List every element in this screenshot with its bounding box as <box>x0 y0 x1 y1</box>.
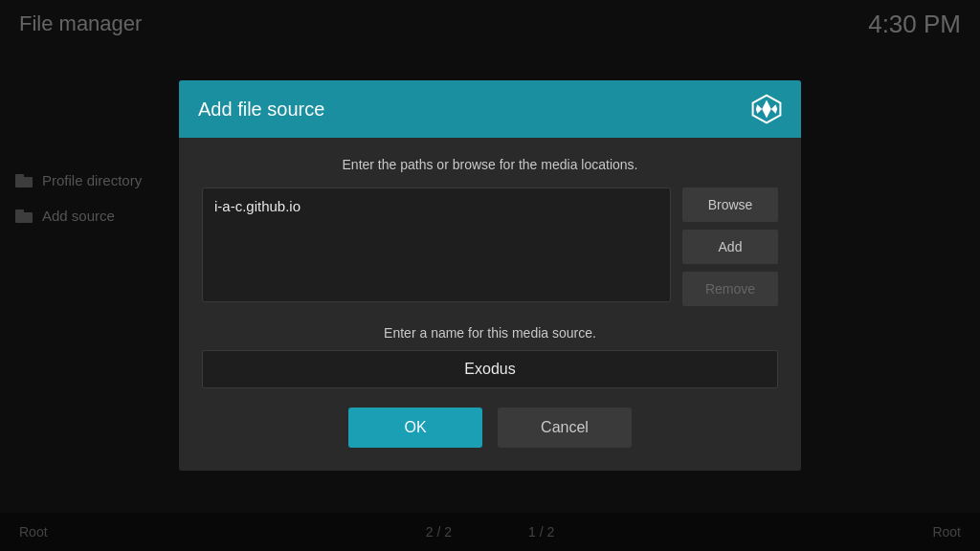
svg-marker-1 <box>762 99 771 118</box>
cancel-button[interactable]: Cancel <box>498 408 632 448</box>
ok-button[interactable]: OK <box>348 408 482 448</box>
path-input[interactable] <box>202 187 671 302</box>
overlay: Add file source Enter the paths or brows… <box>0 0 980 551</box>
path-buttons: Browse Add Remove <box>682 187 778 306</box>
name-instruction: Enter a name for this media source. <box>202 325 778 341</box>
add-button[interactable]: Add <box>682 230 778 264</box>
kodi-logo-icon <box>751 94 782 124</box>
dialog-title: Add file source <box>198 99 324 121</box>
dialog-header: Add file source <box>179 80 801 138</box>
dialog-body: Enter the paths or browse for the media … <box>179 138 801 471</box>
browse-button[interactable]: Browse <box>682 187 778 222</box>
svg-marker-2 <box>756 104 762 114</box>
dialog-actions: OK Cancel <box>202 408 778 448</box>
name-input[interactable] <box>202 350 778 388</box>
remove-button[interactable]: Remove <box>682 272 778 306</box>
svg-marker-3 <box>771 104 777 114</box>
path-section: Browse Add Remove <box>202 187 778 306</box>
paths-instruction: Enter the paths or browse for the media … <box>202 157 778 172</box>
dialog: Add file source Enter the paths or brows… <box>179 80 801 471</box>
